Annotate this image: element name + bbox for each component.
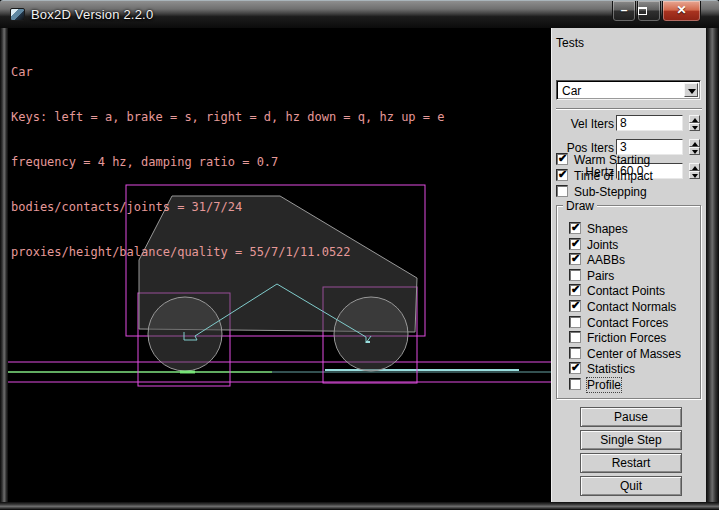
overlay-line-bodies: bodies/contacts/joints = 31/7/24 [11,200,444,215]
triangle-down-icon [692,126,698,130]
checkbox-box: ✔ [556,169,568,181]
check-icon: ✔ [571,221,580,234]
right-wheel-shape[interactable] [334,297,408,371]
quit-button[interactable]: Quit [580,476,682,496]
checkbox-box: ✔ [569,316,581,328]
vel-iters-row: Vel Iters [552,115,707,132]
check-icon: ✔ [558,152,567,165]
pos-iters-spinner [689,139,700,155]
minimize-button[interactable]: – [612,1,636,22]
window-title: Box2D Version 2.2.0 [31,7,153,22]
dropdown-arrow-button[interactable] [684,83,698,97]
spinner-up-button[interactable] [689,115,700,123]
triangle-up-icon [692,166,698,170]
vel-iters-label: Vel Iters [556,117,614,131]
checkbox-label: Statistics [587,362,635,376]
checkbox-box: ✔ [569,222,581,234]
checkbox-box: ✔ [569,331,581,343]
chevron-down-icon [688,89,696,94]
checkbox-label: Contact Normals [587,300,676,314]
window-border-bottom [0,502,719,510]
overlay-line-proxies: proxies/height/balance/quality = 55/7/1/… [11,245,444,260]
close-button[interactable]: ✕ [662,1,701,22]
check-icon: ✔ [571,299,580,312]
check-icon: ✔ [571,237,580,250]
overlay-line-keys: Keys: left = a, brake = s, right = d, hz… [11,110,444,125]
spinner-up-button[interactable] [689,139,700,147]
contact-normal-marker [366,341,370,343]
close-icon: ✕ [663,1,700,20]
draw-group-title: Draw [563,199,597,213]
spinner-down-button[interactable] [689,147,700,155]
spinner-down-button[interactable] [689,123,700,131]
spinner-up-button[interactable] [689,163,700,171]
minimize-icon: – [613,1,635,20]
checkbox-label: Friction Forces [587,331,666,345]
checkbox-box: ✔ [569,253,581,265]
overlay-line-frequency: frequency = 4 hz, damping ratio = 0.7 [11,155,444,170]
single-step-button[interactable]: Single Step [580,430,682,450]
hertz-spinner [689,163,700,179]
maximize-button[interactable] [637,1,661,22]
pause-button[interactable]: Pause [580,407,682,427]
restart-button[interactable]: Restart [580,453,682,473]
checkbox-label: Sub-Stepping [574,185,647,199]
triangle-down-icon [692,150,698,154]
checkbox-label: AABBs [587,253,625,267]
checkbox-label: Contact Points [587,284,665,298]
tests-label: Tests [556,36,584,50]
checkbox-label: Time of Impact [574,169,653,183]
check-icon: ✔ [571,283,580,296]
check-icon: ✔ [558,168,567,181]
simulation-canvas[interactable]: Car Keys: left = a, brake = s, right = d… [8,28,551,502]
app-window: Box2D Version 2.2.0 – ✕ [0,0,719,510]
checkbox-box: ✔ [556,153,568,165]
checkbox-label: Center of Masses [587,347,681,361]
checkbox-box: ✔ [569,362,581,374]
app-icon [10,8,25,21]
spinner-down-button[interactable] [689,171,700,179]
check-icon: ✔ [571,361,580,374]
checkbox-box: ✔ [569,300,581,312]
vel-iters-spinner [689,115,700,131]
checkbox-label: Warm Starting [574,153,650,167]
triangle-down-icon [692,174,698,178]
triangle-up-icon [692,142,698,146]
control-panel: Tests Car Vel Iters Pos Iters Hertz [551,28,706,502]
checkbox-box: ✔ [569,378,581,390]
tests-selected-value: Car [562,84,581,98]
triangle-up-icon [692,118,698,122]
checkbox-label: Shapes [587,222,628,236]
maximize-icon [638,7,647,15]
vel-iters-input[interactable] [616,115,683,131]
check-icon: ✔ [571,252,580,265]
overlay-line-title: Car [11,65,444,80]
checkbox-label: Profile [587,378,621,392]
checkbox-box: ✔ [556,185,568,197]
window-border-right [706,28,719,502]
checkbox-box: ✔ [569,347,581,359]
tests-dropdown[interactable]: Car [556,80,701,100]
window-titlebar: Box2D Version 2.2.0 – ✕ [0,0,719,28]
checkbox-box: ✔ [569,284,581,296]
separator [556,108,702,110]
checkbox-box: ✔ [569,238,581,250]
debug-text-overlay: Car Keys: left = a, brake = s, right = d… [11,35,444,290]
checkbox-box: ✔ [569,269,581,281]
checkbox-label: Pairs [587,269,614,283]
window-border-left [0,28,8,502]
checkbox-label: Joints [587,238,618,252]
left-wheel-shape[interactable] [148,297,222,371]
checkbox-label: Contact Forces [587,316,668,330]
